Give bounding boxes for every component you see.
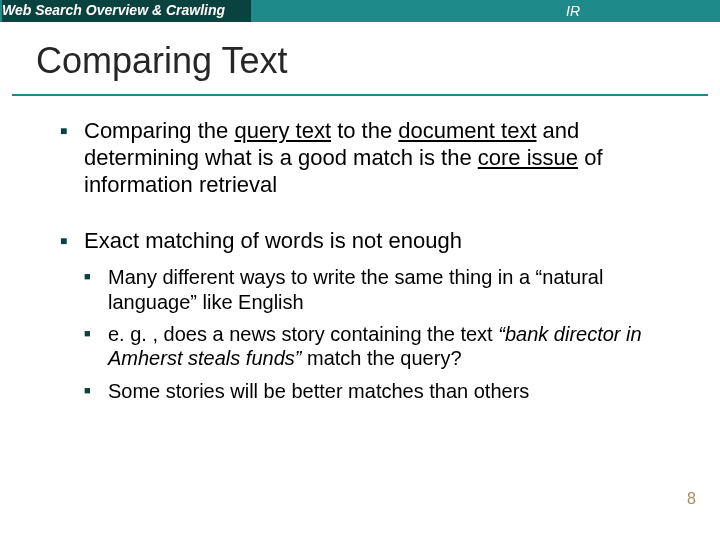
text: to the [331,118,398,143]
underline-core-issue: core issue [478,145,578,170]
header-bar: Web Search Overview & Crawling IR [0,0,720,22]
text: Comparing the [84,118,234,143]
page-number: 8 [687,490,696,508]
header-course: IR [566,0,580,22]
bullet-2: Exact matching of words is not enough Ma… [60,228,678,403]
bullet-list: Comparing the query text to the document… [60,118,678,403]
sub-bullet-2: e. g. , does a news story containing the… [84,322,678,371]
text: e. g. , does a news story containing the… [108,323,498,345]
title-block: Comparing Text [0,22,720,86]
slide: Web Search Overview & Crawling IR Compar… [0,0,720,540]
sub-bullet-1: Many different ways to write the same th… [84,265,678,314]
sub-bullet-3: Some stories will be better matches than… [84,379,678,403]
text: Many different ways to write the same th… [108,266,603,312]
slide-content: Comparing the query text to the document… [0,96,720,403]
header-topic: Web Search Overview & Crawling [2,0,251,22]
slide-title: Comparing Text [36,40,690,82]
text: Exact matching of words is not enough [84,228,462,253]
text: match the query? [301,347,461,369]
underline-query-text: query text [234,118,331,143]
text: Some stories will be better matches than… [108,380,529,402]
sub-bullet-list: Many different ways to write the same th… [84,265,678,403]
bullet-1: Comparing the query text to the document… [60,118,678,198]
underline-document-text: document text [398,118,536,143]
